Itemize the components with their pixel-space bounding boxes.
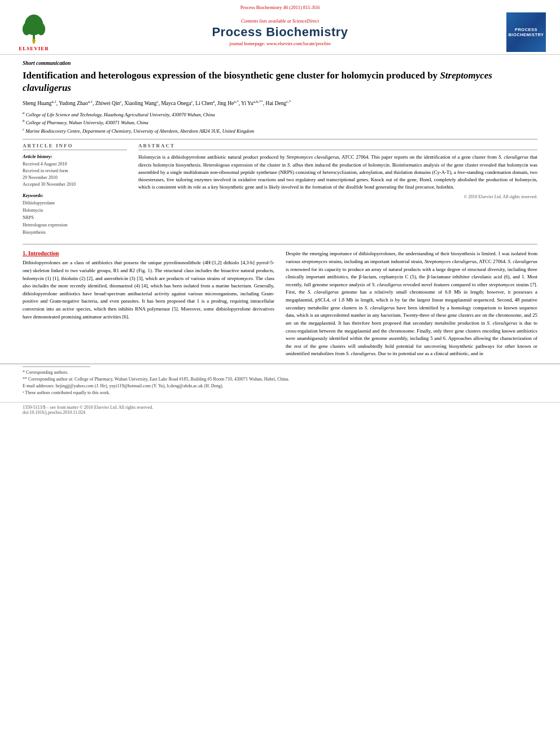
affiliations: a College of Life Science and Technology… (23, 110, 537, 135)
svg-point-3 (23, 23, 31, 35)
abstract-text: Holomycin is a dithiolopyrrolone antibio… (138, 154, 537, 191)
footnote-equal: ¹ These authors contributed equally to t… (23, 390, 537, 396)
body-left-text: Dithiolopyrrolones are a class of antibi… (23, 259, 274, 321)
doi-line: doi:10.1016/j.procbio.2010.11.024 (23, 410, 537, 415)
article-title: Identification and heterologous expressi… (23, 69, 537, 94)
section1-title: 1. Introduction (23, 250, 274, 256)
journal-logo-right: PROCESSBIOCHEMISTRY (504, 12, 549, 52)
authors: Sheng Huanga,1, Yudong Zhaoa,1, Zhiwei Q… (23, 99, 537, 107)
keyword-heterologous: Heterologous expression (23, 222, 127, 229)
body-separator (23, 244, 537, 244)
footnote-section: * Corresponding authors. ** Correspondin… (0, 364, 560, 402)
body-right-text: Despite the emerging importance of dithi… (286, 250, 537, 358)
revised-date: Received in revised form29 November 2010 (23, 168, 127, 181)
journal-title: Process Biochemistry (56, 25, 504, 40)
page: Process Biochemistry 46 (2011) 811–816 E… (0, 0, 560, 747)
affiliation-c: c Marine Biodiscovery Centre, Department… (23, 126, 537, 135)
article-title-text: Identification and heterologous expressi… (23, 70, 440, 81)
pb-logo: PROCESSBIOCHEMISTRY (506, 12, 546, 52)
article-info-header: ARTICLE INFO (23, 143, 127, 150)
keyword-holomycin: Holomycin (23, 207, 127, 215)
sciencedirect-link[interactable]: ScienceDirect (292, 18, 319, 24)
separator (23, 139, 537, 139)
article-type: Short communication (23, 60, 537, 66)
journal-homepage: journal homepage: www.elsevier.com/locat… (56, 41, 504, 46)
article-info-abstract: ARTICLE INFO Article history: Received 4… (23, 143, 537, 236)
bottom-bar: 1359-5113/$ – see front matter © 2010 El… (0, 402, 560, 417)
journal-header: Process Biochemistry 46 (2011) 811–816 E… (0, 0, 560, 55)
svg-rect-6 (33, 40, 35, 43)
affiliation-a: a College of Life Science and Technology… (23, 110, 537, 119)
body-right-col: Despite the emerging importance of dithi… (286, 250, 537, 358)
affiliation-b: b College of Pharmacy, Wuhan University,… (23, 118, 537, 126)
keyword-biosynthesis: Biosynthesis (23, 229, 127, 237)
history-label: Article history: (23, 154, 127, 159)
elsevier-tree-icon (17, 14, 51, 45)
footnote-email: E-mail addresses: hejingjj@yahoo.com (J.… (23, 383, 537, 390)
svg-point-4 (37, 23, 46, 35)
keyword-nrps: NRPS (23, 215, 127, 222)
journal-homepage-link[interactable]: www.elsevier.com/locate/procbio (266, 41, 331, 46)
journal-header-content: ELSEVIER Contents lists available at Sci… (11, 12, 549, 52)
copyright: © 2010 Elsevier Ltd. All rights reserved… (138, 194, 537, 199)
issn-line: 1359-5113/$ – see front matter © 2010 El… (23, 405, 537, 410)
abstract-header: ABSTRACT (138, 143, 537, 150)
footnote-corresponding2: ** Corresponding author at: College of P… (23, 376, 537, 383)
footnote-corresponding: * Corresponding authors. (23, 369, 537, 376)
journal-top-line: Process Biochemistry 46 (2011) 811–816 (240, 5, 320, 10)
pb-logo-title: PROCESSBIOCHEMISTRY (508, 27, 544, 37)
body-left-col: 1. Introduction Dithiolopyrrolones are a… (23, 250, 274, 358)
keywords-label: Keywords: (23, 193, 127, 198)
elsevier-label: ELSEVIER (19, 46, 49, 51)
accepted-date: Accepted 30 November 2010 (23, 181, 127, 188)
journal-center: Contents lists available at ScienceDirec… (56, 18, 504, 46)
journal-available: Contents lists available at ScienceDirec… (56, 18, 504, 24)
body-two-col: 1. Introduction Dithiolopyrrolones are a… (23, 250, 537, 358)
article-section: Short communication Identification and h… (0, 55, 560, 242)
article-info-col: ARTICLE INFO Article history: Received 4… (23, 143, 127, 236)
abstract-col: ABSTRACT Holomycin is a dithiolopyrrolon… (138, 143, 537, 236)
keyword-dithiolopyrrolane: Dithiolopyrrolane (23, 200, 127, 207)
body-section: 1. Introduction Dithiolopyrrolones are a… (0, 247, 560, 364)
received-date: Received 4 August 2010 (23, 161, 127, 168)
elsevier-logo: ELSEVIER (11, 14, 56, 51)
